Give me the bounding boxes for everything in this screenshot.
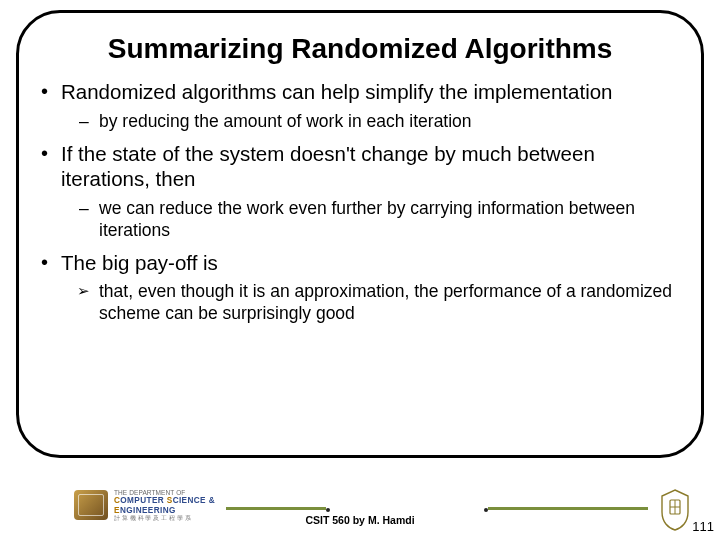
divider-left: [226, 507, 326, 510]
dept-line1: COMPUTER SCIENCE &: [114, 496, 215, 505]
bullet-l1: The big pay-off is: [33, 250, 687, 276]
slide-content: Randomized algorithms can help simplify …: [33, 79, 687, 325]
page-number: 111: [692, 519, 714, 534]
bullet-l2-arrow: that, even though it is an approximation…: [33, 281, 687, 325]
bullet-l2: by reducing the amount of work in each i…: [33, 111, 687, 133]
slide-frame: Summarizing Randomized Algorithms Random…: [16, 10, 704, 458]
bullet-l1: If the state of the system doesn't chang…: [33, 141, 687, 192]
bullet-l1: Randomized algorithms can help simplify …: [33, 79, 687, 105]
footer: THE DEPARTMENT OF COMPUTER SCIENCE & ENG…: [0, 478, 720, 540]
bullet-l2: we can reduce the work even further by c…: [33, 198, 687, 242]
slide: Summarizing Randomized Algorithms Random…: [0, 0, 720, 540]
university-seal-icon: [658, 488, 692, 532]
dept-small: THE DEPARTMENT OF: [114, 489, 215, 496]
slide-title: Summarizing Randomized Algorithms: [33, 33, 687, 65]
divider-right: [488, 507, 648, 510]
footer-center: CSIT 560 by M. Hamdi: [0, 514, 720, 526]
